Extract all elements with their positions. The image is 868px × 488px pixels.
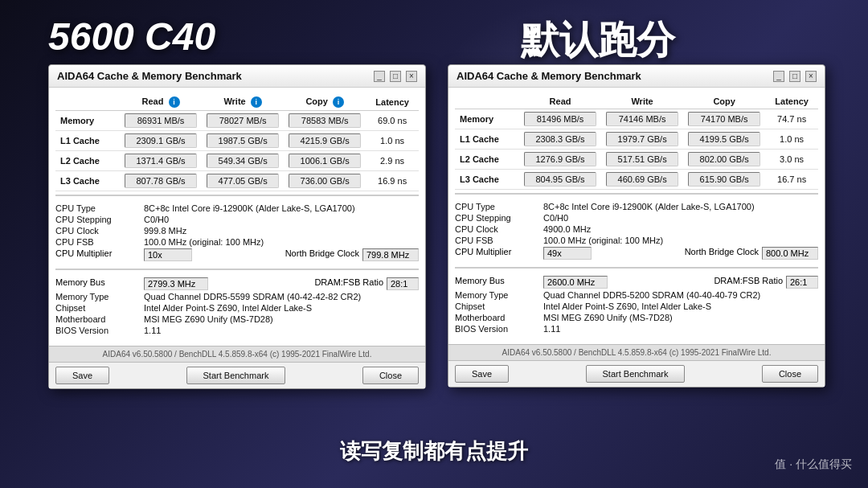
info-row: CPU Clock 999.8 MHz <box>55 225 419 236</box>
table-row: Memory 86931 MB/s 78027 MB/s 78583 MB/s … <box>55 111 419 131</box>
left-footer: AIDA64 v6.50.5800 / BenchDLL 4.5.859.8-x… <box>49 346 425 362</box>
row-label: L2 Cache <box>455 150 519 170</box>
write-info-icon-left[interactable]: i <box>251 96 262 108</box>
title-left: 5600 C40 <box>48 14 215 59</box>
read-cell: 86931 MB/s <box>120 111 202 131</box>
table-row: Memory 81496 MB/s 74146 MB/s 74170 MB/s … <box>455 109 818 129</box>
table-row: L1 Cache 2308.3 GB/s 1979.7 GB/s 4199.5 … <box>455 129 818 150</box>
row-label: L3 Cache <box>455 170 519 190</box>
write-cell: 1987.5 GB/s <box>202 131 284 151</box>
left-mem-section: Memory Bus 2799.3 MHz DRAM:FSB Ratio 28:… <box>55 273 419 339</box>
col-header-empty <box>55 94 120 111</box>
extra-value: 26:1 <box>786 276 818 289</box>
read-info-icon-left[interactable]: i <box>169 96 180 108</box>
right-save-button[interactable]: Save <box>455 365 509 383</box>
left-window-content: Read i Write i Copy i Latency Memory 869… <box>49 88 425 346</box>
copy-cell: 1006.1 GB/s <box>284 151 366 171</box>
write-cell: 78027 MB/s <box>202 111 284 131</box>
right-window-content: Read Write Copy Latency Memory 81496 MB/… <box>448 88 825 344</box>
info-label: Memory Type <box>55 292 144 301</box>
right-close-action-button[interactable]: Close <box>762 365 818 383</box>
left-window-controls: _ □ × <box>374 71 417 82</box>
write-cell: 1979.7 GB/s <box>601 129 683 150</box>
copy-info-icon-left[interactable]: i <box>333 96 344 108</box>
right-window: AIDA64 Cache & Memory Benchmark _ □ × Re… <box>448 64 825 388</box>
info-value: MSI MEG Z690 Unify (MS-7D28) <box>543 313 818 322</box>
info-row: Memory Type Quad Channel DDR5-5200 SDRAM… <box>455 289 818 301</box>
left-button-bar: Save Start Benchmark Close <box>49 362 425 388</box>
left-divider-1 <box>55 195 419 196</box>
right-start-benchmark-button[interactable]: Start Benchmark <box>586 365 686 383</box>
info-box: 10x <box>144 248 192 261</box>
right-col-header-copy: Copy <box>683 94 765 109</box>
info-label: Chipset <box>55 303 144 313</box>
left-maximize-button[interactable]: □ <box>390 71 401 82</box>
info-label: CPU Multiplier <box>455 247 543 260</box>
copy-cell: 78583 MB/s <box>284 111 366 131</box>
row-label: L1 Cache <box>55 131 120 151</box>
right-maximize-button[interactable]: □ <box>789 71 800 82</box>
write-cell: 517.51 GB/s <box>601 150 683 170</box>
right-benchmark-table: Read Write Copy Latency Memory 81496 MB/… <box>455 94 818 190</box>
info-row: CPU FSB 100.0 MHz (original: 100 MHz) <box>55 236 419 248</box>
info-row: CPU Clock 4900.0 MHz <box>455 223 818 235</box>
read-cell: 1371.4 GB/s <box>120 151 202 171</box>
info-value: Intel Alder Point-S Z690, Intel Alder La… <box>543 301 818 311</box>
right-divider-1 <box>455 193 818 195</box>
latency-cell: 2.9 ns <box>366 151 419 171</box>
left-save-button[interactable]: Save <box>55 367 109 384</box>
left-window-titlebar: AIDA64 Cache & Memory Benchmark _ □ × <box>49 65 425 88</box>
left-close-action-button[interactable]: Close <box>362 367 419 384</box>
right-mem-section: Memory Bus 2600.0 MHz DRAM:FSB Ratio 26:… <box>455 272 818 338</box>
copy-cell: 4215.9 GB/s <box>284 131 366 151</box>
right-button-bar: Save Start Benchmark Close <box>448 360 825 387</box>
right-divider-2 <box>455 267 818 269</box>
info-value: 8C+8c Intel Core i9-12900K (Alder Lake-S… <box>144 203 419 213</box>
info-row: CPU Type 8C+8c Intel Core i9-12900K (Ald… <box>55 203 419 214</box>
table-row: L3 Cache 807.78 GB/s 477.05 GB/s 736.00 … <box>55 171 419 191</box>
table-row: L1 Cache 2309.1 GB/s 1987.5 GB/s 4215.9 … <box>55 131 419 151</box>
info-value: 8C+8c Intel Core i9-12900K (Alder Lake-S… <box>543 202 818 211</box>
left-cpu-section: CPU Type 8C+8c Intel Core i9-12900K (Ald… <box>55 199 419 265</box>
col-header-copy-left: Copy i <box>284 94 366 111</box>
info-row: Memory Type Quad Channel DDR5-5599 SDRAM… <box>55 291 419 302</box>
write-cell: 549.34 GB/s <box>202 151 284 171</box>
info-box: 49x <box>543 247 592 260</box>
info-box: 2600.0 MHz <box>543 276 608 289</box>
subtitle: 读写复制都有点提升 <box>340 437 528 465</box>
info-label: CPU Type <box>455 202 543 211</box>
right-minimize-button[interactable]: _ <box>773 71 784 82</box>
info-label: CPU Stepping <box>55 215 144 224</box>
info-value: 1.11 <box>543 324 818 334</box>
info-label: CPU FSB <box>455 236 543 245</box>
left-start-benchmark-button[interactable]: Start Benchmark <box>186 367 286 384</box>
info-label: CPU Type <box>55 203 144 213</box>
left-window: AIDA64 Cache & Memory Benchmark _ □ × Re… <box>48 64 426 389</box>
copy-cell: 4199.5 GB/s <box>683 129 765 150</box>
right-col-header-latency: Latency <box>765 94 818 109</box>
info-value: 1.11 <box>144 326 419 335</box>
info-value: C0/H0 <box>144 215 419 224</box>
info-row: Motherboard MSI MEG Z690 Unify (MS-7D28) <box>455 312 818 323</box>
info-row: Motherboard MSI MEG Z690 Unify (MS-7D28) <box>55 314 419 325</box>
left-close-button[interactable]: × <box>406 71 417 82</box>
info-label: CPU Multiplier <box>55 248 144 261</box>
info-row: BIOS Version 1.11 <box>455 323 818 334</box>
read-cell: 804.95 GB/s <box>519 170 601 190</box>
table-row: L2 Cache 1371.4 GB/s 549.34 GB/s 1006.1 … <box>55 151 419 171</box>
right-window-controls: _ □ × <box>773 71 817 82</box>
info-value: Intel Alder Point-S Z690, Intel Alder La… <box>144 303 419 313</box>
title-right: 默认跑分 <box>521 14 675 66</box>
left-benchmark-table: Read i Write i Copy i Latency Memory 869… <box>55 94 419 191</box>
right-col-header-empty <box>455 94 519 109</box>
latency-cell: 16.7 ns <box>765 170 818 190</box>
right-cpu-section: CPU Type 8C+8c Intel Core i9-12900K (Ald… <box>455 198 818 264</box>
right-close-button[interactable]: × <box>805 71 817 82</box>
left-minimize-button[interactable]: _ <box>374 71 385 82</box>
info-row: CPU Stepping C0/H0 <box>55 214 419 225</box>
read-cell: 1276.9 GB/s <box>519 150 601 170</box>
info-value: 100.0 MHz (original: 100 MHz) <box>144 237 419 247</box>
info-label: BIOS Version <box>455 324 543 334</box>
info-value: 4900.0 MHz <box>543 224 818 234</box>
row-label: L2 Cache <box>55 151 120 171</box>
